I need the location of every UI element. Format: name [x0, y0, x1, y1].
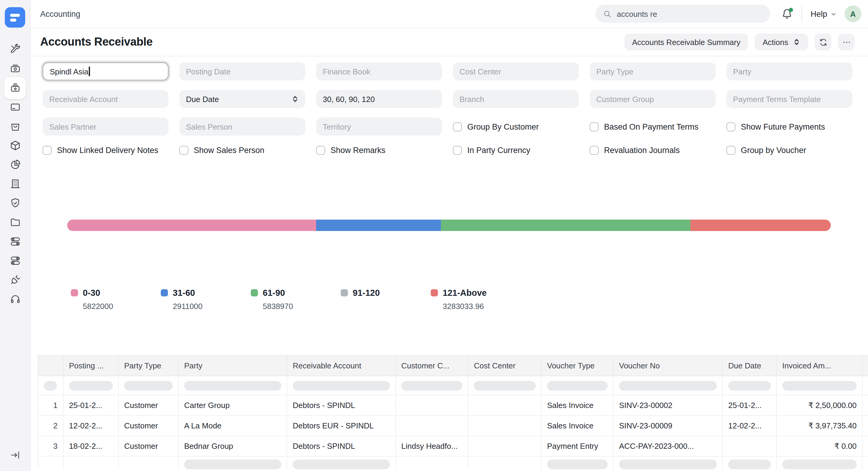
posting-date-filter[interactable] [179, 62, 305, 80]
help-menu[interactable]: Help [810, 9, 837, 18]
territory-filter[interactable] [316, 118, 442, 136]
show-future-payments-checkbox[interactable]: Show Future Payments [726, 122, 852, 131]
column-filter-idx[interactable] [38, 376, 63, 395]
cell-party_type: Customer [119, 436, 179, 456]
finance-book-filter[interactable] [316, 62, 442, 80]
column-header-posting_date[interactable]: Posting ... [63, 355, 119, 376]
column-header-party[interactable]: Party [179, 355, 287, 376]
receivable-account-filter[interactable] [42, 90, 168, 108]
filter-pill[interactable] [474, 381, 536, 390]
sidebar-item-pie-chart[interactable] [9, 159, 21, 170]
sidebar-item-building[interactable] [9, 178, 21, 189]
filter-pill[interactable] [547, 381, 608, 390]
revaluation-journals-checkbox[interactable]: Revaluation Journals [590, 146, 716, 155]
cost-center-filter[interactable] [453, 62, 579, 80]
payment-terms-template-filter[interactable] [726, 90, 852, 108]
sidebar-item-cash-register[interactable] [9, 82, 21, 94]
sales-partner-filter[interactable] [42, 118, 168, 136]
credit-card-icon [9, 101, 21, 113]
column-header-voucher_no[interactable]: Voucher No [613, 355, 722, 376]
sidebar-item-folder[interactable] [9, 216, 21, 228]
column-header-extra[interactable] [862, 355, 868, 376]
column-filter-cost_center[interactable] [468, 376, 541, 395]
actions-button[interactable]: Actions [755, 34, 808, 50]
filter-pill[interactable] [619, 381, 717, 390]
column-filter-party_type[interactable] [119, 376, 179, 395]
sales-person-filter[interactable] [179, 118, 305, 136]
filter-row-1: Spindl Asia [42, 62, 868, 80]
cell-receivable_account: Debtors - SPINDL [287, 395, 396, 415]
sidebar-item-plug[interactable] [9, 274, 21, 286]
column-header-invoiced_amount[interactable]: Invoiced Am... [777, 355, 862, 376]
ageing-based-on-select[interactable]: Due Date [179, 90, 305, 108]
sidebar-item-toggles[interactable] [9, 236, 21, 247]
loading-pill [547, 460, 608, 469]
title-buttons: Accounts Receivable Summary Actions [624, 34, 855, 50]
cell-posting_date: 18-02-2... [63, 436, 119, 456]
sidebar-item-shield-check[interactable] [9, 197, 21, 209]
accounts-receivable-summary-button[interactable]: Accounts Receivable Summary [624, 34, 748, 50]
group-by-customer-checkbox[interactable]: Group By Customer [453, 122, 579, 131]
column-header-idx[interactable] [38, 355, 63, 376]
menu-button[interactable] [838, 34, 855, 50]
sidebar-item-tools[interactable] [9, 44, 21, 55]
show-linked-delivery-notes-checkbox[interactable]: Show Linked Delivery Notes [42, 146, 168, 155]
column-filter-extra[interactable] [862, 376, 868, 395]
filter-pill[interactable] [44, 381, 57, 390]
sidebar-expand-button[interactable] [9, 449, 21, 463]
based-on-payment-terms-checkbox[interactable]: Based On Payment Terms [590, 122, 716, 131]
notifications-button[interactable] [781, 8, 793, 20]
party-filter[interactable] [726, 62, 852, 80]
column-filter-voucher_type[interactable] [541, 376, 613, 395]
ageing-range-filter[interactable] [316, 90, 442, 108]
column-header-due_date[interactable]: Due Date [722, 355, 777, 376]
column-filter-posting_date[interactable] [63, 376, 119, 395]
sidebar-item-shopping-bag[interactable] [9, 121, 21, 132]
sidebar-item-credit-card[interactable] [9, 101, 21, 113]
column-header-voucher_type[interactable]: Voucher Type [541, 355, 613, 376]
user-avatar[interactable]: A [845, 5, 861, 22]
filter-pill[interactable] [124, 381, 173, 390]
table-row[interactable]: 125-01-2...CustomerCarter GroupDebtors -… [38, 395, 868, 415]
show-remarks-checkbox[interactable]: Show Remarks [316, 146, 442, 155]
app-logo[interactable] [5, 7, 25, 28]
breadcrumb[interactable]: Accounting [40, 9, 81, 18]
table-row[interactable]: 212-02-2...CustomerA La ModeDebtors EUR … [38, 415, 868, 436]
in-party-currency-checkbox[interactable]: In Party Currency [453, 146, 579, 155]
group-by-voucher-checkbox[interactable]: Group by Voucher [726, 146, 852, 155]
branch-filter[interactable] [453, 90, 579, 108]
table-row[interactable]: 318-02-2...CustomerBednar GroupDebtors -… [38, 436, 868, 456]
sidebar-item-sliders[interactable] [9, 255, 21, 266]
column-header-receivable_account[interactable]: Receivable Account [287, 355, 396, 376]
filter-pill[interactable] [728, 381, 771, 390]
company-filter[interactable]: Spindl Asia [42, 62, 168, 80]
column-header-cost_center[interactable]: Cost Center [468, 355, 541, 376]
column-filter-voucher_no[interactable] [613, 376, 722, 395]
filter-pill[interactable] [69, 381, 113, 390]
sidebar-item-headphones[interactable] [9, 293, 21, 305]
filter-pill[interactable] [184, 381, 281, 390]
filter-pill[interactable] [782, 381, 857, 390]
chart-legend: 0-30582200031-60291100061-90583897091-12… [71, 288, 868, 311]
column-filter-receivable_account[interactable] [287, 376, 396, 395]
sidebar-item-banknote[interactable] [9, 63, 21, 75]
legend-swatch [341, 289, 348, 296]
column-filter-party[interactable] [179, 376, 287, 395]
sidebar-item-package[interactable] [9, 140, 21, 151]
cell-extra [862, 456, 868, 469]
cell-due_date [722, 456, 777, 469]
filter-pill[interactable] [293, 381, 390, 390]
filter-pill[interactable] [401, 381, 463, 390]
column-filter-invoiced_amount[interactable] [777, 376, 862, 395]
column-filter-customer_contact[interactable] [396, 376, 468, 395]
column-header-party_type[interactable]: Party Type [119, 355, 179, 376]
show-sales-person-checkbox[interactable]: Show Sales Person [179, 146, 305, 155]
search-input[interactable]: accounts re [596, 5, 770, 23]
customer-group-filter[interactable] [590, 90, 716, 108]
column-header-customer_contact[interactable]: Customer C... [396, 355, 468, 376]
table-body: 125-01-2...CustomerCarter GroupDebtors -… [38, 376, 868, 469]
legend-value: 5838970 [263, 302, 341, 311]
refresh-button[interactable] [815, 34, 831, 50]
party-type-filter[interactable] [590, 62, 716, 80]
column-filter-due_date[interactable] [722, 376, 777, 395]
